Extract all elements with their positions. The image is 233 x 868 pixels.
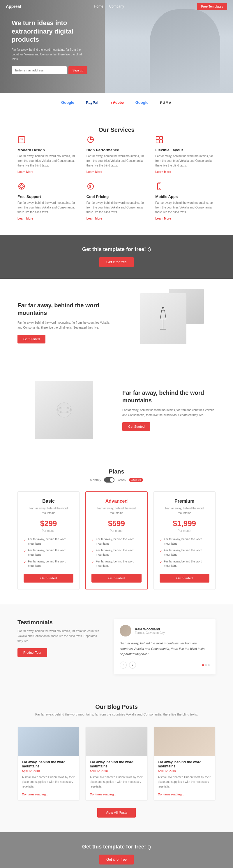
plan-basic-feature-2: ✓Far far away, behind the word mountains — [24, 559, 73, 568]
service-link-4[interactable]: Learn More — [87, 217, 147, 220]
blog-post-2: Far away, behind the word mountains Apri… — [154, 726, 215, 801]
plan-advanced-price: $599 — [92, 519, 141, 528]
testimonial-dot-3[interactable] — [208, 664, 210, 666]
feature-2-content: Far far away, behind the word mountains … — [122, 389, 215, 431]
services-section: Our Services Modern Design Far far away,… — [0, 112, 233, 235]
nav-company[interactable]: Company — [109, 4, 124, 8]
plan-premium-period: Per month — [160, 529, 209, 532]
blog-link-0[interactable]: Continue reading... — [22, 793, 48, 796]
nav-logo: Appreal — [6, 4, 21, 9]
svg-point-17 — [57, 403, 71, 417]
service-high-performance: High Performance Far far away, behind th… — [87, 135, 147, 174]
service-title-4: Cool Pricing — [87, 194, 147, 199]
service-flexible-layout: Flexible Layout Far far away, behind the… — [155, 135, 215, 174]
plan-basic: Basic Far far away, behind the word moun… — [18, 491, 79, 590]
plans-section: Plans Monthly Yearly Save 8% Basic Far f… — [0, 454, 233, 604]
testimonial-next-button[interactable]: › — [129, 661, 136, 669]
plan-advanced-feature-0: ✓Far far away, behind the word mountains — [92, 537, 141, 546]
feature-2-get-started-button[interactable]: Get Started — [122, 422, 150, 431]
feature-2-ball-img — [35, 381, 93, 439]
hero-signup-button[interactable]: Sign up — [68, 66, 88, 74]
testimonials-left: Testimonials Far far away, behind the wo… — [18, 619, 102, 674]
svg-rect-5 — [160, 140, 163, 143]
hero-email-input[interactable] — [12, 66, 67, 74]
plan-premium-feature-0: ✓Far far away, behind the word mountains — [160, 537, 209, 546]
cta-banner-1: Get this template for free! :) Get it fo… — [0, 235, 233, 279]
nav-links: Home Company — [94, 4, 124, 8]
service-cool-pricing: $ Cool Pricing Far far away, behind the … — [87, 182, 147, 220]
service-link-5[interactable]: Learn More — [155, 217, 215, 220]
cta-banner-1-button[interactable]: Get it for free — [99, 257, 134, 267]
brands-bar: Google PayPal ⬥ Adobe Google PUMA — [0, 93, 233, 112]
testimonial-dot-1[interactable] — [202, 664, 204, 666]
nav-cta-button[interactable]: Free Templates — [197, 3, 227, 10]
testimonials-title: Testimonials — [18, 619, 102, 626]
plan-basic-button[interactable]: Get Started — [24, 574, 73, 583]
service-text-0: Far far away, behind the word mountains,… — [18, 154, 78, 168]
testimonial-prev-button[interactable]: ‹ — [120, 661, 127, 669]
hero-heading: We turn ideas into extraordinary digital… — [12, 19, 88, 44]
brand-google-2: Google — [135, 100, 148, 105]
feature-section-1: Far far away, behind the word mountains … — [0, 279, 233, 366]
blog-link-1[interactable]: Continue reading... — [90, 793, 116, 796]
feature-section-2: Far far away, behind the word mountains … — [0, 366, 233, 454]
blog-link-2[interactable]: Continue reading... — [158, 793, 185, 796]
service-link-1[interactable]: Learn More — [87, 170, 147, 174]
product-tour-button[interactable]: Product Tour — [18, 648, 47, 657]
service-text-3: Far far away, behind the word mountains,… — [18, 200, 78, 215]
service-text-1: Far far away, behind the word mountains,… — [87, 154, 147, 168]
feature-1-get-started-button[interactable]: Get Started — [18, 335, 45, 343]
pricing-icon: $ — [87, 182, 96, 192]
testimonial-quote: "Far far away, behind the word mountains… — [120, 641, 210, 657]
testimonial-card: Kala Woodland Farmer, Galveston City "Fa… — [114, 619, 215, 674]
plan-basic-feature-0: ✓Far far away, behind the word mountains — [24, 537, 73, 546]
testimonial-dot-2[interactable] — [205, 664, 207, 666]
blog-title: Our Blog Posts — [18, 704, 215, 710]
cta-banner-2-button[interactable]: Get it for free — [99, 855, 134, 865]
svg-point-11 — [159, 188, 160, 189]
service-modern-design: Modern Design Far far away, behind the w… — [18, 135, 78, 174]
brand-google-1: Google — [61, 100, 74, 105]
service-link-0[interactable]: Learn More — [18, 170, 78, 174]
svg-marker-12 — [160, 310, 166, 319]
service-text-2: Far far away, behind the word mountains,… — [155, 154, 215, 168]
toggle-switch[interactable] — [104, 477, 114, 483]
support-icon — [18, 182, 27, 192]
view-all-posts-button[interactable]: View All Posts — [97, 808, 135, 817]
service-free-support: Free Support Far far away, behind the wo… — [18, 182, 78, 220]
service-link-3[interactable]: Learn More — [18, 217, 78, 220]
navbar: Appreal Home Company Free Templates — [0, 0, 233, 13]
plan-premium-name: Premium — [160, 499, 209, 504]
feature-2-image — [18, 381, 111, 439]
service-mobile-apps: Mobile Apps Far far away, behind the wor… — [155, 182, 215, 220]
testimonial-author: Kala Woodland Farmer, Galveston City — [120, 625, 210, 637]
plan-advanced-desc: Far far away, behind the word mountains — [92, 506, 141, 516]
hero-form: Sign up — [12, 66, 88, 74]
plan-basic-period: Per month — [24, 529, 73, 532]
service-title-5: Mobile Apps — [155, 194, 215, 199]
plan-premium-price: $1,999 — [160, 519, 209, 528]
blog-content-0: Far away, behind the word mountains Apri… — [18, 756, 79, 800]
service-title-0: Modern Design — [18, 148, 78, 152]
blog-title-2: Far away, behind the word mountains — [158, 760, 211, 768]
service-title-2: Flexible Layout — [155, 148, 215, 152]
brand-puma: PUMA — [160, 101, 172, 104]
hero-section: We turn ideas into extraordinary digital… — [0, 0, 233, 93]
save-badge: Save 8% — [129, 478, 143, 482]
hero-content: We turn ideas into extraordinary digital… — [0, 19, 99, 74]
svg-rect-3 — [160, 136, 163, 140]
hero-body: Far far away, behind the word mountains,… — [12, 48, 88, 62]
plan-premium-button[interactable]: Get Started — [160, 574, 209, 583]
blog-img-2 — [154, 727, 215, 756]
service-link-2[interactable]: Learn More — [155, 170, 215, 174]
author-avatar — [120, 625, 131, 637]
svg-rect-4 — [156, 140, 159, 143]
plan-advanced-button[interactable]: Get Started — [92, 574, 141, 583]
plan-advanced-period: Per month — [92, 529, 141, 532]
blog-content-1: Far away, behind the word mountains Apri… — [86, 756, 147, 800]
feature-1-image — [122, 293, 215, 352]
plan-advanced-features: ✓Far far away, behind the word mountains… — [92, 537, 141, 568]
plan-premium-features: ✓Far far away, behind the word mountains… — [160, 537, 209, 568]
cta-banner-2: Get this template for free! :) Get it fo… — [0, 832, 233, 868]
nav-home[interactable]: Home — [94, 4, 103, 8]
